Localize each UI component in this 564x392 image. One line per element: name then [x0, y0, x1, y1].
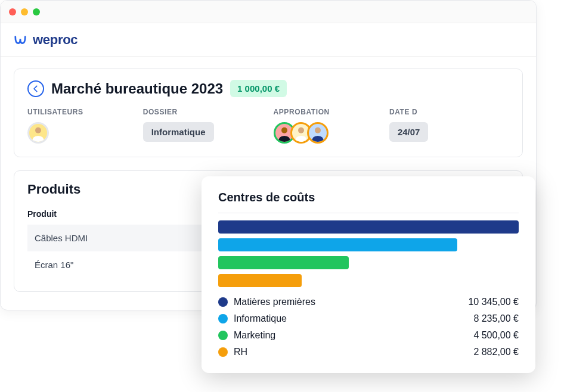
window-titlebar — [1, 1, 536, 23]
legend-row: Matières premières10 345,00 € — [218, 297, 519, 307]
order-summary-card: Marché bureautique 2023 1 000,00 € UTILI… — [14, 69, 523, 157]
legend-value: 10 345,00 € — [468, 297, 519, 307]
window-close-icon[interactable] — [9, 8, 16, 15]
product-name: Câbles HDMI — [35, 233, 213, 243]
cost-centers-chart — [218, 220, 519, 287]
divider — [218, 213, 519, 213]
arrow-left-icon — [32, 85, 40, 93]
cost-centers-card: Centres de coûts Matières premières10 34… — [202, 176, 535, 373]
cost-centers-title: Centres de coûts — [218, 191, 519, 204]
legend-value: 4 500,00 € — [473, 330, 519, 341]
legend-row: Informatique8 235,00 € — [218, 313, 519, 324]
legend-swatch-icon — [218, 347, 228, 357]
meta-users: UTILISATEURS — [27, 108, 83, 144]
col-product-header: Produit — [27, 209, 206, 219]
product-name: Écran 16" — [35, 260, 213, 270]
legend-value: 2 882,00 € — [473, 347, 519, 357]
legend-row: Marketing4 500,00 € — [218, 330, 519, 341]
date-tag[interactable]: 24/07 — [389, 122, 429, 142]
chart-bar — [218, 220, 519, 234]
approver-avatar[interactable] — [307, 122, 329, 144]
back-button[interactable] — [27, 80, 44, 97]
legend-row: RH2 882,00 € — [218, 347, 519, 357]
meta-approval: APPROBATION — [274, 108, 330, 144]
chart-bar — [218, 238, 519, 251]
avatar[interactable] — [27, 122, 49, 144]
legend-swatch-icon — [218, 297, 228, 307]
legend-label: Matières premières — [234, 297, 462, 307]
svg-point-2 — [298, 127, 304, 133]
page-title: Marché bureautique 2023 — [51, 80, 223, 97]
meta-users-label: UTILISATEURS — [27, 108, 83, 116]
legend-label: RH — [234, 347, 467, 357]
legend-swatch-icon — [218, 314, 228, 323]
chart-bar — [218, 274, 519, 287]
legend-label: Marketing — [234, 330, 467, 341]
window-minimize-icon[interactable] — [21, 8, 28, 15]
legend-label: Informatique — [234, 313, 467, 324]
brand-bar: weproc — [1, 23, 536, 57]
brand-logo-icon — [14, 33, 27, 46]
legend-value: 8 235,00 € — [473, 313, 519, 324]
meta-dossier-label: DOSSIER — [143, 108, 214, 116]
dossier-tag[interactable]: Informatique — [143, 122, 214, 142]
cost-centers-legend: Matières premières10 345,00 €Informatiqu… — [218, 297, 519, 357]
svg-point-0 — [35, 127, 41, 133]
brand-name: weproc — [33, 32, 78, 48]
svg-point-3 — [315, 127, 321, 133]
meta-date: DATE D 24/07 — [389, 108, 429, 144]
meta-dossier: DOSSIER Informatique — [143, 108, 214, 144]
amount-badge: 1 000,00 € — [230, 80, 287, 97]
svg-point-1 — [281, 127, 287, 133]
legend-swatch-icon — [218, 331, 228, 340]
chart-bar — [218, 256, 519, 269]
meta-date-label: DATE D — [389, 108, 429, 116]
meta-approval-label: APPROBATION — [274, 108, 330, 116]
window-zoom-icon[interactable] — [33, 8, 40, 15]
